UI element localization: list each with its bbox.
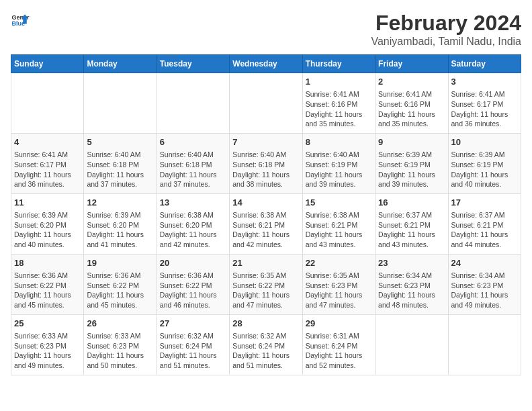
day-number: 3 [451, 76, 518, 88]
column-header-wednesday: Wednesday [230, 55, 302, 73]
day-number: 15 [306, 197, 372, 209]
day-detail: Sunrise: 6:33 AM [14, 331, 81, 341]
day-detail: Daylight: 11 hours and 36 minutes. [14, 170, 81, 189]
day-number: 27 [160, 318, 226, 330]
calendar-cell: 15Sunrise: 6:38 AMSunset: 6:21 PMDayligh… [302, 193, 375, 254]
calendar-cell: 3Sunrise: 6:41 AMSunset: 6:17 PMDaylight… [448, 73, 521, 134]
calendar-week-row: 18Sunrise: 6:36 AMSunset: 6:22 PMDayligh… [11, 254, 521, 314]
day-detail: Daylight: 11 hours and 36 minutes. [451, 109, 518, 129]
calendar-cell: 10Sunrise: 6:39 AMSunset: 6:19 PMDayligh… [448, 133, 521, 193]
calendar-cell: 7Sunrise: 6:40 AMSunset: 6:18 PMDaylight… [230, 133, 302, 193]
day-detail: Sunrise: 6:39 AM [378, 150, 445, 160]
calendar-table: SundayMondayTuesdayWednesdayThursdayFrid… [11, 54, 521, 375]
day-number: 20 [160, 257, 226, 269]
calendar-week-row: 25Sunrise: 6:33 AMSunset: 6:23 PMDayligh… [11, 314, 521, 375]
calendar-cell: 27Sunrise: 6:32 AMSunset: 6:24 PMDayligh… [157, 314, 229, 375]
day-detail: Sunset: 6:19 PM [306, 160, 372, 170]
day-number: 8 [306, 136, 372, 148]
day-detail: Daylight: 11 hours and 35 minutes. [378, 109, 445, 129]
day-detail: Sunrise: 6:35 AM [232, 271, 299, 281]
day-detail: Sunset: 6:20 PM [14, 220, 81, 230]
day-number: 9 [378, 136, 445, 148]
day-detail: Daylight: 11 hours and 46 minutes. [160, 290, 226, 310]
day-detail: Sunset: 6:24 PM [160, 341, 226, 351]
day-number: 24 [451, 257, 518, 269]
day-detail: Sunset: 6:23 PM [451, 281, 518, 291]
calendar-cell [157, 73, 229, 134]
day-detail: Sunset: 6:16 PM [306, 99, 372, 109]
day-number: 18 [14, 257, 81, 269]
day-detail: Sunrise: 6:36 AM [14, 271, 81, 281]
day-detail: Daylight: 11 hours and 39 minutes. [306, 170, 372, 189]
calendar-cell: 19Sunrise: 6:36 AMSunset: 6:22 PMDayligh… [84, 254, 157, 314]
day-detail: Sunrise: 6:39 AM [451, 150, 518, 160]
day-detail: Daylight: 11 hours and 47 minutes. [306, 290, 372, 310]
day-detail: Daylight: 11 hours and 35 minutes. [306, 109, 372, 129]
day-detail: Daylight: 11 hours and 48 minutes. [378, 290, 445, 310]
day-detail: Sunrise: 6:40 AM [232, 150, 299, 160]
calendar-cell: 2Sunrise: 6:41 AMSunset: 6:16 PMDaylight… [375, 73, 448, 134]
day-detail: Daylight: 11 hours and 51 minutes. [160, 351, 226, 370]
calendar-week-row: 4Sunrise: 6:41 AMSunset: 6:17 PMDaylight… [11, 133, 521, 193]
day-detail: Daylight: 11 hours and 45 minutes. [14, 290, 81, 310]
calendar-cell: 12Sunrise: 6:39 AMSunset: 6:20 PMDayligh… [84, 193, 157, 254]
calendar-subtitle: Vaniyambadi, Tamil Nadu, India [371, 36, 521, 48]
column-header-thursday: Thursday [302, 55, 375, 73]
calendar-cell: 22Sunrise: 6:35 AMSunset: 6:23 PMDayligh… [302, 254, 375, 314]
day-detail: Sunset: 6:18 PM [87, 160, 153, 170]
day-number: 21 [232, 257, 299, 269]
day-detail: Sunrise: 6:31 AM [306, 331, 372, 341]
title-block: February 2024 Vaniyambadi, Tamil Nadu, I… [371, 11, 521, 48]
day-detail: Daylight: 11 hours and 49 minutes. [451, 290, 518, 310]
calendar-cell: 14Sunrise: 6:38 AMSunset: 6:21 PMDayligh… [230, 193, 302, 254]
calendar-cell: 29Sunrise: 6:31 AMSunset: 6:24 PMDayligh… [302, 314, 375, 375]
day-detail: Sunset: 6:21 PM [232, 220, 299, 230]
day-detail: Daylight: 11 hours and 37 minutes. [87, 170, 153, 189]
day-number: 26 [87, 318, 153, 330]
day-detail: Daylight: 11 hours and 40 minutes. [451, 170, 518, 189]
day-detail: Sunset: 6:21 PM [451, 220, 518, 230]
calendar-cell: 4Sunrise: 6:41 AMSunset: 6:17 PMDaylight… [11, 133, 84, 193]
day-detail: Sunrise: 6:34 AM [378, 271, 445, 281]
day-detail: Sunrise: 6:41 AM [451, 89, 518, 99]
day-detail: Daylight: 11 hours and 52 minutes. [306, 351, 372, 370]
day-detail: Sunrise: 6:32 AM [232, 331, 299, 341]
day-number: 6 [160, 136, 226, 148]
day-detail: Sunset: 6:21 PM [378, 220, 445, 230]
day-number: 1 [306, 76, 372, 88]
calendar-cell: 13Sunrise: 6:38 AMSunset: 6:20 PMDayligh… [157, 193, 229, 254]
day-number: 23 [378, 257, 445, 269]
day-detail: Daylight: 11 hours and 45 minutes. [87, 290, 153, 310]
day-number: 17 [451, 197, 518, 209]
day-number: 7 [232, 136, 299, 148]
day-detail: Sunrise: 6:38 AM [306, 210, 372, 220]
day-detail: Sunset: 6:20 PM [87, 220, 153, 230]
day-detail: Daylight: 11 hours and 39 minutes. [378, 170, 445, 189]
day-detail: Sunrise: 6:35 AM [306, 271, 372, 281]
day-detail: Sunset: 6:23 PM [87, 341, 153, 351]
day-detail: Sunset: 6:23 PM [378, 281, 445, 291]
day-detail: Daylight: 11 hours and 50 minutes. [87, 351, 153, 370]
day-number: 13 [160, 197, 226, 209]
calendar-cell: 1Sunrise: 6:41 AMSunset: 6:16 PMDaylight… [302, 73, 375, 134]
calendar-cell: 5Sunrise: 6:40 AMSunset: 6:18 PMDaylight… [84, 133, 157, 193]
day-detail: Sunset: 6:22 PM [87, 281, 153, 291]
day-detail: Sunrise: 6:38 AM [232, 210, 299, 220]
day-detail: Sunset: 6:22 PM [160, 281, 226, 291]
calendar-cell: 18Sunrise: 6:36 AMSunset: 6:22 PMDayligh… [11, 254, 84, 314]
calendar-cell: 25Sunrise: 6:33 AMSunset: 6:23 PMDayligh… [11, 314, 84, 375]
column-header-monday: Monday [84, 55, 157, 73]
day-detail: Daylight: 11 hours and 49 minutes. [14, 351, 81, 370]
calendar-cell [11, 73, 84, 134]
day-number: 16 [378, 197, 445, 209]
day-detail: Sunset: 6:23 PM [306, 281, 372, 291]
day-detail: Sunrise: 6:36 AM [160, 271, 226, 281]
day-detail: Sunrise: 6:41 AM [378, 89, 445, 99]
calendar-cell: 26Sunrise: 6:33 AMSunset: 6:23 PMDayligh… [84, 314, 157, 375]
calendar-week-row: 1Sunrise: 6:41 AMSunset: 6:16 PMDaylight… [11, 73, 521, 134]
calendar-week-row: 11Sunrise: 6:39 AMSunset: 6:20 PMDayligh… [11, 193, 521, 254]
day-detail: Sunrise: 6:41 AM [14, 150, 81, 160]
day-detail: Daylight: 11 hours and 44 minutes. [451, 230, 518, 249]
calendar-cell: 8Sunrise: 6:40 AMSunset: 6:19 PMDaylight… [302, 133, 375, 193]
day-detail: Sunrise: 6:32 AM [160, 331, 226, 341]
